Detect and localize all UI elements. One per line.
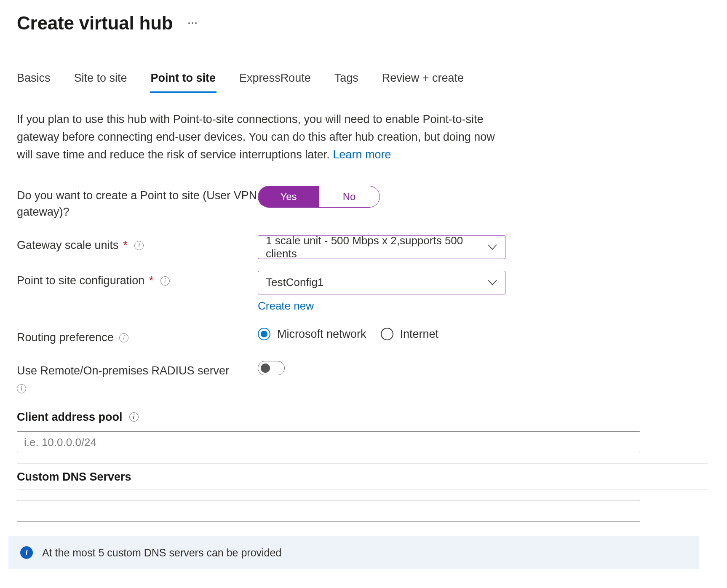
tab-tags[interactable]: Tags [334, 72, 358, 93]
routing-pref-ms[interactable]: Microsoft network [258, 328, 366, 341]
radius-label: Use Remote/On-premises RADIUS server [17, 364, 229, 377]
dns-input[interactable] [17, 500, 640, 522]
p2s-config-value: TestConfig1 [258, 271, 505, 294]
radius-toggle[interactable] [258, 361, 285, 375]
required-indicator: * [148, 274, 155, 287]
p2s-gateway-toggle: Yes No [258, 186, 380, 208]
required-indicator: * [122, 239, 129, 251]
dns-info-banner: i At the most 5 custom DNS servers can b… [8, 536, 699, 569]
routing-pref-group: Microsoft network Internet [258, 328, 505, 341]
info-icon[interactable]: i [17, 384, 26, 393]
scale-units-label: Gateway scale units [17, 239, 119, 251]
intro-text: If you plan to use this hub with Point-t… [17, 111, 501, 164]
ellipsis-icon [188, 22, 197, 24]
info-icon: i [20, 546, 33, 559]
info-icon[interactable]: i [129, 412, 139, 422]
dns-info-message: At the most 5 custom DNS servers can be … [42, 547, 281, 559]
p2s-gateway-yes[interactable]: Yes [258, 186, 319, 207]
tab-basics[interactable]: Basics [17, 72, 51, 93]
tab-expressroute[interactable]: ExpressRoute [239, 72, 311, 93]
info-icon[interactable]: i [160, 276, 170, 286]
routing-pref-internet-label: Internet [400, 328, 439, 341]
routing-pref-label: Routing preference [17, 331, 114, 344]
info-icon[interactable]: i [119, 333, 128, 342]
dns-heading: Custom DNS Servers [17, 470, 131, 484]
p2s-gateway-label: Do you want to create a Point to site (U… [17, 186, 258, 220]
p2s-gateway-no[interactable]: No [319, 186, 380, 207]
routing-pref-ms-label: Microsoft network [277, 328, 366, 341]
tab-site-to-site[interactable]: Site to site [74, 72, 127, 93]
scale-units-value: 1 scale unit - 500 Mbps x 2,supports 500… [258, 235, 505, 259]
client-pool-heading: Client address pool [17, 411, 123, 424]
tab-point-to-site[interactable]: Point to site [151, 72, 216, 93]
create-new-config-link[interactable]: Create new [258, 299, 314, 312]
p2s-config-dropdown[interactable]: TestConfig1 [258, 271, 505, 294]
tabs: Basics Site to site Point to site Expres… [17, 72, 505, 93]
more-actions-button[interactable] [185, 21, 200, 26]
intro-body: If you plan to use this hub with Point-t… [17, 113, 495, 161]
learn-more-link[interactable]: Learn more [333, 148, 391, 161]
p2s-config-label: Point to site configuration [17, 274, 144, 287]
routing-pref-internet[interactable]: Internet [381, 328, 439, 341]
page-title: Create virtual hub [17, 13, 173, 34]
scale-units-dropdown[interactable]: 1 scale unit - 500 Mbps x 2,supports 500… [258, 235, 505, 259]
client-pool-input[interactable] [17, 431, 640, 453]
info-icon[interactable]: i [134, 241, 144, 250]
tab-review-create[interactable]: Review + create [382, 72, 464, 93]
